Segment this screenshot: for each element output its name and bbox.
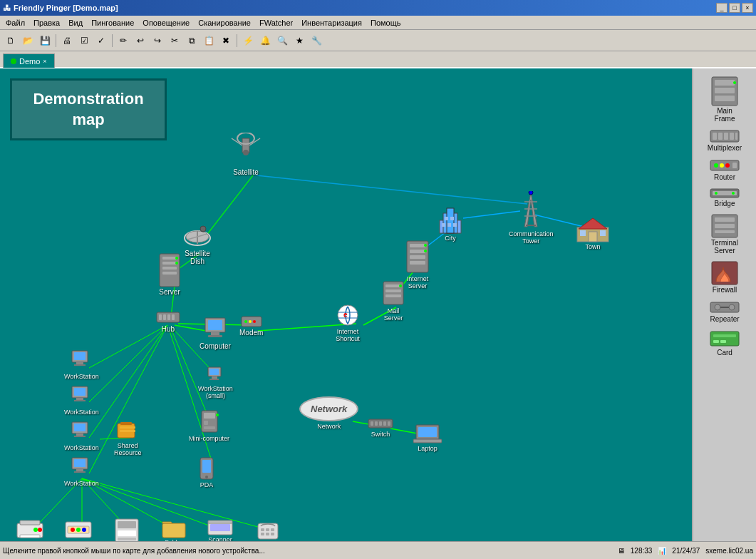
demo-tab[interactable]: Demo × — [3, 53, 55, 68]
printer-label: Printer — [21, 540, 40, 541]
tools-button[interactable]: 🔧 — [309, 33, 324, 48]
svg-rect-60 — [76, 362, 83, 364]
laptop-label: Laptop — [418, 445, 437, 452]
bridge-panel-item[interactable]: Bridge — [696, 185, 753, 209]
svg-rect-189 — [713, 334, 736, 337]
svg-point-173 — [725, 163, 730, 168]
star-button[interactable]: ★ — [291, 33, 307, 48]
menu-item-сканирование[interactable]: Сканирование — [194, 17, 255, 29]
town-node[interactable]: Town — [576, 215, 610, 250]
menu-item-файл[interactable]: Файл — [1, 17, 29, 29]
status-bar: Щелкните правой кнопкой мыши по карте дл… — [0, 541, 756, 559]
modem-node[interactable]: Modem — [239, 314, 263, 337]
satellite-node[interactable]: Satellite — [228, 133, 264, 176]
minimize-button[interactable]: _ — [716, 3, 727, 13]
city-node[interactable]: City — [436, 202, 465, 242]
folder-node[interactable]: Folder — [161, 518, 187, 541]
svg-rect-145 — [118, 521, 136, 528]
printer-node[interactable]: Printer — [16, 518, 44, 541]
router-panel-item[interactable]: Router — [696, 156, 753, 183]
svg-rect-85 — [204, 426, 215, 429]
print-button[interactable]: 🖨 — [59, 33, 75, 48]
check2-button[interactable]: ✓ — [93, 33, 109, 48]
new-button[interactable]: 🗋 — [3, 33, 19, 48]
telephone-node[interactable]: Telephone — [253, 518, 283, 541]
hub-node[interactable]: Hub — [155, 309, 181, 333]
search-button[interactable]: 🔍 — [274, 33, 290, 48]
status-count-icon: 📊 — [658, 547, 666, 555]
menu-item-вид[interactable]: Вид — [64, 17, 87, 29]
svg-rect-151 — [208, 520, 232, 523]
satellite-dish-node[interactable]: SatelliteDish — [182, 218, 213, 265]
mainframe-panel-item[interactable]: MainFrame — [696, 74, 753, 124]
modem-label: Modem — [239, 329, 263, 337]
mini-computer-node[interactable]: Mini-computer — [189, 409, 229, 442]
workstation-node-2[interactable]: WorkStation — [64, 386, 99, 416]
scanner-node[interactable]: Scanner — [207, 518, 234, 541]
internet-server-node[interactable]: InternetServer — [403, 240, 433, 289]
window-controls: _ □ × — [716, 3, 753, 13]
multiplexer-panel-item[interactable]: Multiplexer — [696, 127, 753, 153]
svg-rect-136 — [20, 535, 40, 538]
svg-rect-108 — [375, 421, 378, 426]
workstation-node-1[interactable]: WorkStation — [64, 350, 99, 380]
shared-resource-label: SharedResource — [114, 442, 142, 456]
check-button[interactable]: ☑ — [76, 33, 92, 48]
menu-item-правка[interactable]: Правка — [29, 17, 64, 29]
svg-rect-132 — [580, 230, 586, 236]
svg-point-32 — [243, 150, 249, 155]
toolbar-sep3 — [237, 34, 237, 47]
copy-button[interactable]: ⧉ — [184, 33, 200, 48]
svg-rect-165 — [713, 133, 717, 140]
redo-button[interactable]: ↪ — [150, 33, 165, 48]
maximize-button[interactable]: □ — [729, 3, 740, 13]
paste-button[interactable]: 📋 — [201, 33, 217, 48]
plotter-node[interactable]: Plotter — [64, 518, 93, 541]
svg-rect-118 — [442, 223, 445, 227]
status-count: 21/24/37 — [672, 547, 700, 555]
tab-close-button[interactable]: × — [43, 58, 46, 65]
workstation-node-4[interactable]: WorkStation — [64, 457, 99, 487]
shared-resource-node[interactable]: SharedResource — [114, 421, 142, 456]
svg-line-1 — [257, 175, 527, 204]
menu-item-оповещение[interactable]: Оповещение — [138, 17, 194, 29]
menu-item-fwatcher[interactable]: FWatcher — [255, 17, 297, 29]
open-button[interactable]: 📂 — [20, 33, 36, 48]
menu-item-пингование[interactable]: Пингование — [87, 17, 138, 29]
internet-shortcut-node[interactable]: e InternetShortcut — [335, 304, 361, 342]
undo-button[interactable]: ↩ — [133, 33, 148, 48]
close-button[interactable]: × — [742, 3, 753, 13]
svg-rect-148 — [162, 523, 185, 538]
server-node[interactable]: Server — [157, 252, 182, 296]
toolbar-sep2 — [112, 34, 113, 47]
laptop-node[interactable]: Laptop — [413, 424, 442, 452]
card-panel-item[interactable]: Card — [696, 327, 753, 358]
ws-small-label: WorkStation(small) — [198, 385, 233, 399]
terminal-server-panel-item[interactable]: TerminalServer — [696, 212, 753, 256]
switch-node[interactable]: Switch — [367, 416, 394, 438]
fax-node[interactable]: Fax — [114, 518, 140, 541]
svg-point-172 — [720, 163, 724, 168]
alert-button[interactable]: 🔔 — [257, 33, 273, 48]
folder-label: Folder — [165, 539, 183, 541]
svg-rect-150 — [210, 524, 230, 531]
svg-rect-102 — [410, 255, 425, 259]
menu-item-помощь[interactable]: Помощь — [366, 17, 405, 29]
menu-item-инвентаризация[interactable]: Инвентаризация — [297, 17, 366, 29]
svg-point-141 — [71, 528, 75, 532]
workstation-node-3[interactable]: WorkStation — [64, 421, 99, 451]
comm-tower-node[interactable]: CommunicationTower — [509, 191, 554, 245]
pda-node[interactable]: PDA — [199, 457, 214, 488]
cut-button[interactable]: ✂ — [167, 33, 182, 48]
edit-button[interactable]: ✏ — [115, 33, 131, 48]
ping-button[interactable]: ⚡ — [240, 33, 256, 48]
computer-node[interactable]: Computer — [200, 317, 231, 350]
svg-rect-167 — [724, 133, 728, 140]
workstation-small-node[interactable]: WorkStation(small) — [198, 366, 233, 399]
svg-marker-123 — [524, 193, 537, 227]
repeater-panel-item[interactable]: Repeater — [696, 298, 753, 324]
save-button[interactable]: 💾 — [37, 33, 53, 48]
delete-button[interactable]: ✖ — [218, 33, 234, 48]
firewall-panel-item[interactable]: Firewall — [696, 259, 753, 295]
network-node[interactable]: Network Network — [299, 396, 358, 430]
